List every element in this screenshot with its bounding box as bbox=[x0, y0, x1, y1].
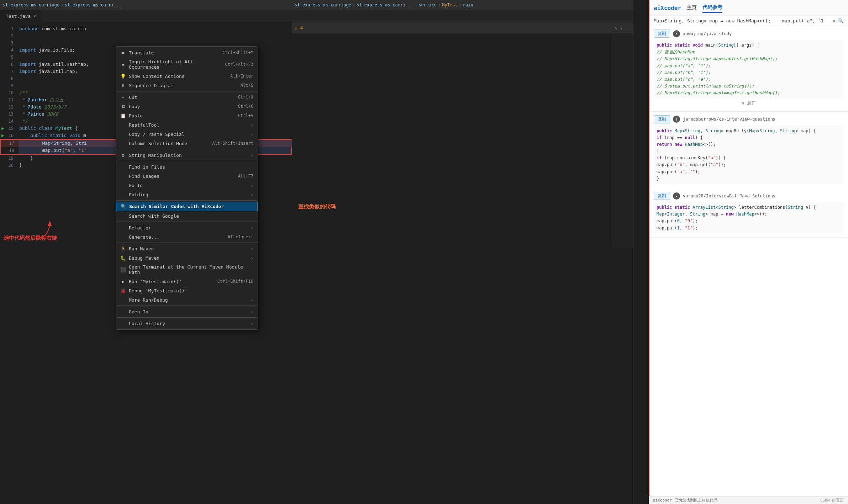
tab-label: Test.java bbox=[6, 14, 31, 19]
repo-name-3: varunu28/InterviewBit-Java-Solutions bbox=[683, 193, 775, 198]
menu-item-search-similar[interactable]: 🔍 Search Similar Codes with AiXcoder 查找类… bbox=[116, 202, 258, 211]
result-card-header: 复制 x xuwujing/java-study bbox=[654, 30, 844, 38]
search-icon[interactable]: 🔍 bbox=[838, 18, 844, 23]
menu-item-find-usages[interactable]: Find Usages Alt+F7 bbox=[116, 171, 258, 181]
menu-item-column-mode[interactable]: Column Selection Mode Alt+Shift+Insert bbox=[116, 139, 258, 148]
menu-item-debug-maven[interactable]: 🐛 Debug Maven › bbox=[116, 253, 258, 262]
mid-toolbar: ⚠ 4 ∧ ∨ ⋮ bbox=[292, 22, 633, 34]
brand-label: aiXcoder bbox=[654, 5, 681, 11]
result-card-header-3: 复制 v varunu28/InterviewBit-Java-Solution… bbox=[654, 192, 844, 200]
menu-item-goto[interactable]: Go To › bbox=[116, 181, 258, 190]
avatar-3: v bbox=[673, 192, 680, 200]
code-line: 2 bbox=[0, 32, 292, 39]
result-card-1: 复制 x xuwujing/java-study public static v… bbox=[649, 26, 848, 112]
debug-maven-icon: 🐛 bbox=[120, 255, 126, 261]
menu-item-context-actions[interactable]: 💡 Show Context Actions Alt+Enter bbox=[116, 71, 258, 81]
menu-item-generate[interactable]: Generate... Alt+Insert bbox=[116, 232, 258, 242]
cut-icon: ✂ bbox=[120, 95, 126, 100]
cson-label: CSON 白豆正 bbox=[820, 498, 844, 503]
breadcrumb-item: sl-express-ms-carriage bbox=[3, 2, 59, 7]
menu-item-more-run-debug[interactable]: More Run/Debug › bbox=[116, 295, 258, 304]
tab-test-java[interactable]: Test.java × bbox=[0, 10, 42, 22]
annotation-text: 选中代码然后鼠标右键 bbox=[4, 235, 57, 242]
mid-breadcrumb: sl-express-ms-carriage › sl-express-ms-c… bbox=[292, 0, 633, 10]
menu-item-toggle-highlight[interactable]: ✱ Toggle Highlight of All Occurrences Ct… bbox=[116, 57, 258, 71]
search-input[interactable] bbox=[654, 18, 829, 23]
menu-item-string-manip[interactable]: ⚙ String Manipulation › bbox=[116, 150, 258, 160]
expand-button-1[interactable]: ∨ 展开 bbox=[654, 99, 844, 108]
menu-separator bbox=[116, 243, 258, 243]
context-menu: ⇄ Translate Ctrl+Shift+Y ✱ Toggle Highli… bbox=[116, 46, 258, 330]
menu-item-cut[interactable]: ✂ Cut Ctrl+X bbox=[116, 92, 258, 102]
code-line: 1 package com.sl.ms.carria bbox=[0, 25, 292, 32]
menu-item-run-mytest[interactable]: ▶ Run 'MyTest.main()' Ctrl+Shift+F10 bbox=[116, 277, 258, 286]
menu-separator bbox=[116, 91, 258, 91]
aixcoder-icon: 🔍 bbox=[121, 204, 126, 209]
copy-icon: ⧉ bbox=[120, 104, 126, 109]
menu-item-sequence-diagram[interactable]: ⊞ Sequence Diagram Alt+S bbox=[116, 81, 258, 90]
aixcoder-panel: aiXcoder 主页 代码参考 ✕ 🔍 复制 x xuwujing/java-… bbox=[649, 0, 848, 504]
menu-item-open-terminal[interactable]: ⬛ Open Terminal at the Current Maven Mod… bbox=[116, 262, 258, 277]
menu-separator bbox=[116, 149, 258, 149]
menu-separator bbox=[116, 306, 258, 306]
breadcrumb-item: sl-express-ms-carri... bbox=[65, 2, 121, 7]
menu-item-local-history[interactable]: Local History › bbox=[116, 319, 258, 328]
menu-item-find-files[interactable]: Find in Files bbox=[116, 162, 258, 171]
repo-name-2: jaredsburrows/cs-interview-questions bbox=[683, 117, 775, 122]
avatar-2: j bbox=[673, 116, 680, 123]
middle-editor: sl-express-ms-carriage › sl-express-ms-c… bbox=[292, 0, 633, 504]
menu-separator bbox=[116, 161, 258, 161]
copy-button-2[interactable]: 复制 bbox=[654, 115, 670, 123]
terminal-icon: ⬛ bbox=[120, 267, 126, 272]
maven-icon: 🏃 bbox=[120, 246, 126, 251]
run-icon: ▶ bbox=[120, 279, 126, 284]
debug-run-icon: 🐞 bbox=[120, 288, 126, 293]
menu-item-run-maven[interactable]: 🏃 Run Maven › bbox=[116, 244, 258, 253]
menu-item-copy-paste-special[interactable]: Copy / Paste Special › bbox=[116, 129, 258, 139]
string-icon: ⚙ bbox=[120, 153, 126, 158]
search-icons: ✕ 🔍 bbox=[832, 18, 844, 23]
tab-home[interactable]: 主页 bbox=[687, 3, 697, 12]
search-bar: ✕ 🔍 bbox=[649, 16, 848, 26]
copy-button-1[interactable]: 复制 bbox=[654, 30, 670, 38]
run-icon: ▶ bbox=[1, 125, 4, 132]
diagram-icon: ⊞ bbox=[120, 83, 126, 88]
left-breadcrumb: sl-express-ms-carriage › sl-express-ms-c… bbox=[0, 0, 292, 10]
close-icon[interactable]: ✕ bbox=[832, 18, 835, 23]
minimap bbox=[612, 34, 633, 247]
status-text: aiXcoder 已为您找到以上相似代码 bbox=[653, 498, 717, 503]
tab-bar: Test.java × bbox=[0, 10, 292, 22]
copy-button-3[interactable]: 复制 bbox=[654, 192, 670, 200]
highlight-icon: ✱ bbox=[120, 62, 126, 67]
menu-item-search-google[interactable]: Search with Google bbox=[116, 211, 258, 221]
mid-tab-bar bbox=[292, 10, 633, 22]
menu-item-folding[interactable]: Folding › bbox=[116, 190, 258, 199]
code-block-1: public static void main(String[] args) {… bbox=[654, 40, 844, 99]
code-block-2: public Map<String, String> mapBully(Map<… bbox=[654, 126, 844, 185]
menu-item-debug-mytest[interactable]: 🐞 Debug 'MyTest.main()' bbox=[116, 286, 258, 295]
repo-name-1: xuwujing/java-study bbox=[683, 31, 732, 36]
results-scroll[interactable]: 复制 x xuwujing/java-study public static v… bbox=[649, 26, 848, 504]
panel-header: aiXcoder 主页 代码参考 bbox=[649, 0, 848, 16]
result-card-header-2: 复制 j jaredsburrows/cs-interview-question… bbox=[654, 115, 844, 123]
result-card-2: 复制 j jaredsburrows/cs-interview-question… bbox=[649, 112, 848, 189]
avatar-1: x bbox=[673, 30, 680, 37]
close-icon[interactable]: × bbox=[33, 14, 36, 18]
translate-icon: ⇄ bbox=[120, 50, 126, 55]
menu-item-paste[interactable]: 📋 Paste Ctrl+V bbox=[116, 111, 258, 120]
lightbulb-icon: 💡 bbox=[120, 74, 126, 79]
paste-icon: 📋 bbox=[120, 113, 126, 118]
menu-item-translate[interactable]: ⇄ Translate Ctrl+Shift+Y bbox=[116, 48, 258, 57]
tab-code-ref[interactable]: 代码参考 bbox=[702, 3, 722, 13]
result-card-3: 复制 v varunu28/InterviewBit-Java-Solution… bbox=[649, 188, 848, 238]
code-block-3: public static ArrayList<String> letterCo… bbox=[654, 202, 844, 234]
menu-item-open-in[interactable]: Open In › bbox=[116, 307, 258, 316]
code-line: 3 bbox=[0, 39, 292, 47]
menu-separator bbox=[116, 222, 258, 222]
menu-item-refactor[interactable]: Refactor › bbox=[116, 223, 258, 232]
menu-item-restful-tool[interactable]: RestfulTool › bbox=[116, 120, 258, 129]
bottom-status-bar: aiXcoder 已为您找到以上相似代码 CSON 白豆正 bbox=[649, 496, 848, 504]
chinese-annotation: 查找类似的代码 bbox=[298, 203, 336, 210]
menu-separator bbox=[116, 317, 258, 318]
menu-item-copy[interactable]: ⧉ Copy Ctrl+C bbox=[116, 102, 258, 111]
